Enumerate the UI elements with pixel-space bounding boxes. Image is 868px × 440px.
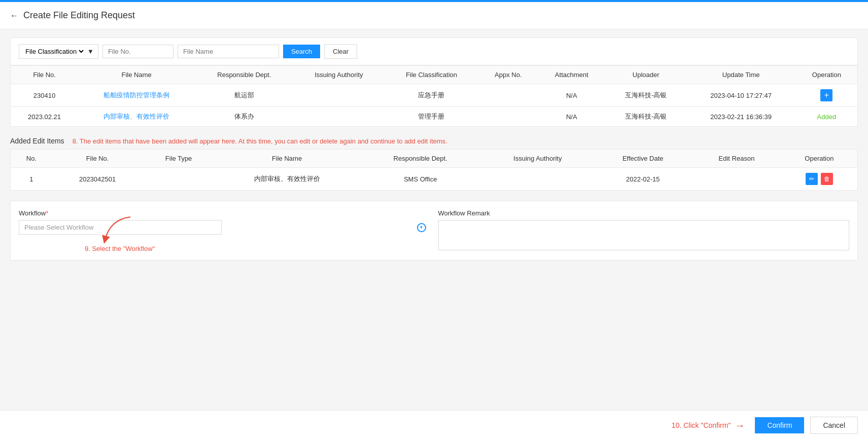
col-attachment: Attachment bbox=[538, 66, 606, 84]
workflow-select-wrap: Please Select Workflow bbox=[19, 220, 430, 235]
footer-hint: 10. Click "Confirm" → bbox=[672, 420, 745, 431]
added-hint: 8. The edit items that have been added w… bbox=[73, 137, 447, 145]
added-cell-no: 1 bbox=[11, 168, 52, 191]
cell-classification: 应急手册 bbox=[384, 84, 479, 107]
table-row: 2023.02.21 内部审核、有效性评价 体系办 管理手册 N/A 互海科技-… bbox=[11, 107, 857, 127]
added-title: Added Edit Items bbox=[10, 137, 64, 145]
main-table: File No. File Name Responsible Dept. Iss… bbox=[11, 66, 857, 126]
cell-update-time: 2023-02-21 16:36:39 bbox=[686, 107, 796, 127]
search-bar: File Classification ▼ Search Clear bbox=[10, 38, 858, 65]
workflow-remark-label: Workflow Remark bbox=[438, 209, 850, 217]
col-issuing-authority: Issuing Authority bbox=[294, 66, 384, 84]
col-file-classification: File Classification bbox=[384, 66, 479, 84]
edit-row-button[interactable]: ✏ bbox=[806, 173, 818, 185]
workflow-arrow-text: 9. Select the "Workflow" bbox=[85, 245, 155, 252]
workflow-label: Workflow* bbox=[19, 209, 430, 217]
confirm-button[interactable]: Confirm bbox=[755, 417, 804, 433]
cancel-button[interactable]: Cancel bbox=[810, 417, 858, 434]
col-file-name: File Name bbox=[78, 66, 195, 84]
cell-appx bbox=[479, 107, 538, 127]
page-title: Create File Editing Request bbox=[23, 10, 135, 21]
file-no-input[interactable] bbox=[102, 45, 173, 58]
col-uploader: Uploader bbox=[606, 66, 686, 84]
cell-file-no: 2023.02.21 bbox=[11, 107, 78, 127]
table-row: 1 2023042501 内部审核、有效性评价 SMS Office 2022-… bbox=[11, 168, 857, 191]
main-content: File Classification ▼ Search Clear File … bbox=[0, 29, 868, 439]
cell-attachment: N/A bbox=[538, 107, 606, 127]
cell-uploader: 互海科技-高银 bbox=[606, 84, 686, 107]
workflow-remark-textarea[interactable] bbox=[438, 220, 850, 250]
footer-bar: 10. Click "Confirm" → Confirm Cancel bbox=[0, 410, 868, 439]
added-cell-file-no: 2023042501 bbox=[52, 168, 143, 191]
added-col-file-name: File Name bbox=[215, 150, 359, 168]
add-file-button[interactable]: + bbox=[820, 89, 832, 101]
cell-operation[interactable]: + bbox=[796, 84, 857, 107]
col-file-no: File No. bbox=[11, 66, 78, 84]
workflow-remark-field: Workflow Remark bbox=[438, 209, 850, 252]
col-operation: Operation bbox=[796, 66, 857, 84]
col-responsible-dept: Responsible Dept. bbox=[195, 66, 294, 84]
added-table-header: No. File No. File Type File Name Respons… bbox=[11, 150, 857, 168]
cell-file-name[interactable]: 船舶疫情防控管理条例 bbox=[78, 84, 195, 107]
cell-classification: 管理手册 bbox=[384, 107, 479, 127]
cell-dept: 体系办 bbox=[195, 107, 294, 127]
delete-row-button[interactable]: 🗑 bbox=[821, 173, 833, 185]
clear-button[interactable]: Clear bbox=[324, 44, 357, 59]
added-col-edit-reason: Edit Reason bbox=[692, 150, 781, 168]
workflow-section: Workflow* Please Select Workflow bbox=[10, 201, 858, 261]
cell-file-no: 230410 bbox=[11, 84, 78, 107]
col-appx-no: Appx No. bbox=[479, 66, 538, 84]
added-section: Added Edit Items 8. The edit items that … bbox=[10, 137, 858, 191]
added-header: Added Edit Items 8. The edit items that … bbox=[10, 137, 858, 145]
added-col-effective-date: Effective Date bbox=[594, 150, 692, 168]
added-cell-edit-reason bbox=[692, 168, 781, 191]
back-arrow[interactable]: ← bbox=[10, 11, 18, 20]
added-cell-file-type bbox=[143, 168, 215, 191]
added-table: No. File No. File Type File Name Respons… bbox=[11, 150, 857, 190]
added-cell-issuing bbox=[481, 168, 594, 191]
classification-dropdown[interactable]: File Classification bbox=[23, 47, 85, 56]
footer-hint-text: 10. Click "Confirm" bbox=[672, 421, 731, 429]
added-col-operation: Operation bbox=[781, 150, 857, 168]
dropdown-arrow-icon: ▼ bbox=[87, 48, 94, 55]
cell-uploader: 互海科技-高银 bbox=[606, 107, 686, 127]
added-cell-dept: SMS Office bbox=[359, 168, 481, 191]
cell-appx bbox=[479, 84, 538, 107]
file-classification-select[interactable]: File Classification ▼ bbox=[19, 44, 98, 59]
cell-dept: 航运部 bbox=[195, 84, 294, 107]
added-label: Added bbox=[817, 113, 837, 121]
workflow-grid: Workflow* Please Select Workflow bbox=[19, 209, 849, 252]
cell-update-time: 2023-04-10 17:27:47 bbox=[686, 84, 796, 107]
added-col-dept: Responsible Dept. bbox=[359, 150, 481, 168]
workflow-field: Workflow* Please Select Workflow bbox=[19, 209, 430, 252]
added-col-issuing: Issuing Authority bbox=[481, 150, 594, 168]
added-col-file-no: File No. bbox=[52, 150, 143, 168]
table-header-row: File No. File Name Responsible Dept. Iss… bbox=[11, 66, 857, 84]
main-table-wrap: File No. File Name Responsible Dept. Iss… bbox=[10, 65, 858, 127]
added-cell-effective-date: 2022-02-15 bbox=[594, 168, 692, 191]
cell-issuing bbox=[294, 84, 384, 107]
page-header: ← Create File Editing Request bbox=[0, 2, 868, 29]
col-update-time: Update Time bbox=[686, 66, 796, 84]
added-cell-operation: ✏ 🗑 bbox=[781, 168, 857, 191]
footer-arrow-icon: → bbox=[735, 420, 745, 431]
required-star: * bbox=[46, 209, 48, 217]
table-row: 230410 船舶疫情防控管理条例 航运部 应急手册 N/A 互海科技-高银 2… bbox=[11, 84, 857, 107]
select-circle-arrow-icon bbox=[417, 223, 426, 232]
added-cell-file-name: 内部审核、有效性评价 bbox=[215, 168, 359, 191]
added-col-file-type: File Type bbox=[143, 150, 215, 168]
added-table-wrap: No. File No. File Type File Name Respons… bbox=[10, 149, 858, 191]
cell-issuing bbox=[294, 107, 384, 127]
file-name-input[interactable] bbox=[178, 45, 279, 58]
cell-file-name[interactable]: 内部审核、有效性评价 bbox=[78, 107, 195, 127]
search-button[interactable]: Search bbox=[283, 45, 320, 58]
workflow-annotation: 9. Select the "Workflow" bbox=[100, 214, 141, 251]
added-col-no: No. bbox=[11, 150, 52, 168]
cell-attachment: N/A bbox=[538, 84, 606, 107]
cell-operation: Added bbox=[796, 107, 857, 127]
